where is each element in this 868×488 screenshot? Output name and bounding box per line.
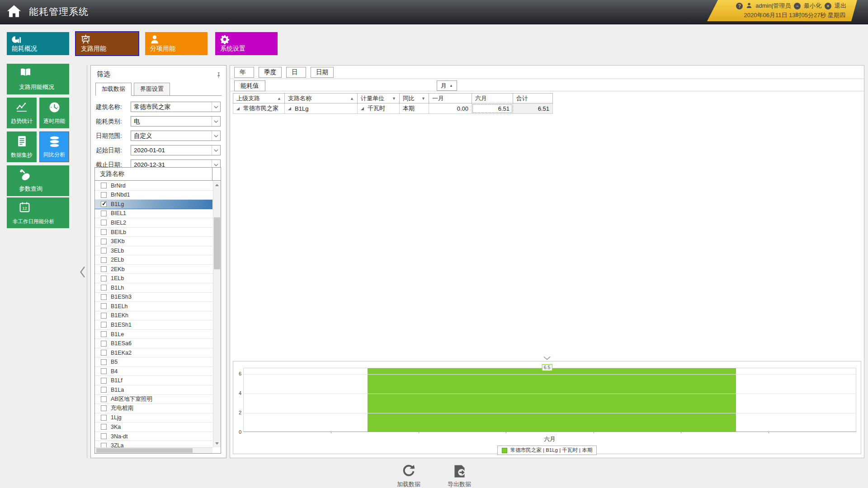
branch-row[interactable]: B1Le: [95, 330, 212, 339]
branch-checkbox[interactable]: [101, 294, 107, 300]
branch-checkbox[interactable]: [101, 285, 107, 291]
cell-parent-branch[interactable]: 常德市民之家: [233, 103, 285, 114]
branch-row[interactable]: B1Lh: [95, 283, 212, 293]
export-data-button[interactable]: 导出数据: [442, 465, 476, 488]
tab-load-data[interactable]: 加载数据: [95, 83, 132, 96]
branch-checkbox[interactable]: [101, 378, 107, 384]
cell-unit[interactable]: 千瓦时: [357, 103, 400, 114]
branch-row[interactable]: B1ESh3: [95, 293, 212, 302]
column-header-january[interactable]: 一月: [429, 93, 472, 103]
branch-checkbox[interactable]: [101, 248, 107, 253]
field-select[interactable]: 常德市民之家: [131, 102, 221, 112]
tab-energy-value[interactable]: 能耗值: [234, 80, 265, 91]
branch-row[interactable]: AB区地下室照明: [95, 395, 212, 404]
sidebar-item-branch-overview[interactable]: 支路用能概况: [7, 64, 69, 94]
vertical-scrollbar[interactable]: [213, 181, 221, 447]
cell-period[interactable]: 本期: [399, 103, 429, 114]
cell-total-value[interactable]: 6.51: [513, 103, 553, 114]
branch-checkbox[interactable]: [101, 211, 107, 216]
sidebar-item-parameter-query[interactable]: 参数查询: [7, 165, 69, 196]
branch-row[interactable]: B1ESh1: [95, 320, 212, 330]
horizontal-scrollbar[interactable]: [95, 447, 212, 453]
field-select[interactable]: 自定义: [131, 131, 221, 141]
column-header-yoy[interactable]: 同比▼: [399, 93, 429, 103]
branch-row[interactable]: BrNbd1: [95, 191, 212, 200]
column-header-unit[interactable]: 计量单位▼: [357, 93, 400, 103]
cell-branch-name[interactable]: B1Lg: [284, 103, 358, 114]
branch-checkbox[interactable]: [101, 229, 107, 235]
branch-checkbox[interactable]: [101, 276, 107, 282]
column-header-branch-name[interactable]: 支路名称▲: [284, 93, 358, 103]
sidebar-item-yoy-analysis[interactable]: 同比分析: [39, 131, 69, 162]
branch-row[interactable]: 3EKb: [95, 237, 212, 246]
branch-row[interactable]: 3ZLa: [95, 441, 212, 447]
collapse-filter-chevron-icon[interactable]: [79, 266, 86, 280]
branch-row[interactable]: 1Ljg: [95, 413, 212, 423]
branch-checkbox[interactable]: [101, 359, 107, 365]
logout-button[interactable]: 退出: [835, 2, 846, 10]
load-data-button[interactable]: 加载数据: [392, 465, 426, 488]
branch-checkbox[interactable]: [101, 220, 107, 225]
home-icon[interactable]: [7, 5, 21, 19]
branch-checkbox[interactable]: [101, 350, 107, 356]
branch-row[interactable]: B4: [95, 367, 212, 376]
period-tab[interactable]: 日: [286, 67, 306, 78]
branch-row[interactable]: 2ELb: [95, 255, 212, 265]
branch-checkbox[interactable]: [101, 341, 107, 347]
cell-june-value[interactable]: 6.51: [472, 103, 513, 114]
branch-checkbox[interactable]: [101, 266, 107, 272]
branch-checkbox[interactable]: [101, 424, 107, 430]
branch-checkbox[interactable]: [101, 387, 107, 393]
branch-checkbox[interactable]: [101, 396, 107, 402]
branch-checkbox[interactable]: [101, 415, 107, 421]
branch-row[interactable]: BIEL1: [95, 209, 212, 219]
tab-ui-settings[interactable]: 界面设置: [134, 83, 170, 96]
scrollbar-thumb[interactable]: [96, 448, 193, 453]
branch-checkbox[interactable]: [101, 183, 107, 188]
month-selector-button[interactable]: 月 ▲: [437, 80, 457, 91]
column-header-total[interactable]: 合计: [513, 93, 553, 103]
field-select[interactable]: 电: [131, 116, 221, 127]
period-tab[interactable]: 季度: [259, 67, 282, 78]
branch-row[interactable]: B1ELh: [95, 302, 212, 311]
sidebar-item-trend-stats[interactable]: 趋势统计: [7, 98, 37, 128]
branch-row[interactable]: B1Lf: [95, 376, 212, 385]
branch-checkbox[interactable]: [101, 313, 107, 319]
period-tab[interactable]: 日期: [311, 67, 334, 78]
branch-checkbox[interactable]: [101, 239, 107, 244]
branch-row[interactable]: BrNrd: [95, 181, 212, 191]
branch-checkbox[interactable]: [101, 322, 107, 328]
branch-row[interactable]: 3Ka: [95, 422, 212, 432]
branch-row[interactable]: B1ESa6: [95, 339, 212, 348]
branch-row[interactable]: BEILb: [95, 228, 212, 237]
branch-row[interactable]: BIEL2: [95, 218, 212, 228]
nav-tile-energy-overview[interactable]: 能耗概况: [7, 32, 69, 55]
field-select[interactable]: 2020-01-01: [131, 145, 221, 155]
branch-row[interactable]: 2EKb: [95, 265, 212, 274]
branch-row[interactable]: B1EKa2: [95, 348, 212, 358]
branch-row[interactable]: 1ELb: [95, 274, 212, 283]
help-icon[interactable]: ?: [736, 3, 743, 9]
branch-row[interactable]: 3ELb: [95, 246, 212, 256]
branch-row[interactable]: 充电桩南: [95, 404, 212, 413]
nav-tile-system-settings[interactable]: 系统设置: [215, 32, 278, 55]
branch-checkbox[interactable]: [101, 443, 107, 447]
branch-checkbox[interactable]: [101, 201, 107, 207]
cell-january-value[interactable]: 0.00: [429, 103, 472, 114]
close-icon[interactable]: ×: [825, 3, 831, 9]
column-header-parent-branch[interactable]: 上级支路▲: [233, 93, 285, 103]
nav-tile-subitem-energy[interactable]: 分项用能: [145, 32, 208, 55]
branch-checkbox[interactable]: [101, 257, 107, 263]
branch-checkbox[interactable]: [101, 192, 107, 198]
scroll-down-icon[interactable]: [213, 440, 221, 447]
scrollbar-thumb[interactable]: [214, 217, 220, 269]
nav-tile-branch-energy[interactable]: 支路用能: [76, 32, 138, 55]
scroll-up-icon[interactable]: [213, 182, 221, 188]
sidebar-item-nonworkday-analysis[interactable]: 12 非工作日用能分析: [7, 197, 69, 228]
branch-checkbox[interactable]: [101, 433, 107, 439]
branch-checkbox[interactable]: [101, 405, 107, 411]
branch-row[interactable]: 3Na-dt: [95, 432, 212, 441]
column-header-june[interactable]: 六月: [472, 93, 513, 103]
branch-row[interactable]: B1Lg: [95, 200, 212, 209]
sidebar-item-hourly-energy[interactable]: 逐时用能: [39, 98, 69, 128]
